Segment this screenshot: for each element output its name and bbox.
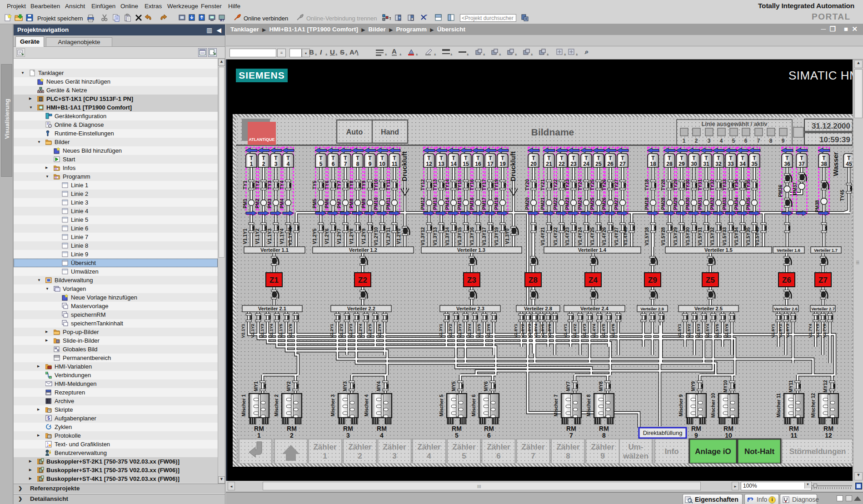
svg-text:V1.4Y23: V1.4Y23 bbox=[564, 227, 570, 245]
svg-text:RM: RM bbox=[599, 425, 609, 432]
svg-text:RM: RM bbox=[823, 425, 833, 432]
svg-text:PM32: PM32 bbox=[709, 197, 715, 210]
svg-text:PM1: PM1 bbox=[242, 199, 248, 209]
svg-text:32: 32 bbox=[715, 161, 722, 167]
svg-text:17: 17 bbox=[487, 161, 494, 167]
svg-text:TY2: TY2 bbox=[254, 180, 260, 189]
svg-text:9: 9 bbox=[694, 432, 698, 439]
svg-text:12: 12 bbox=[825, 432, 832, 439]
svg-text:T: T bbox=[572, 155, 575, 161]
svg-text:PM6: PM6 bbox=[324, 199, 329, 209]
svg-text:PM14: PM14 bbox=[444, 197, 450, 210]
svg-text:Mischer 4: Mischer 4 bbox=[364, 394, 369, 417]
svg-text:MY3: MY3 bbox=[342, 381, 348, 391]
svg-text:V2.3Y5: V2.3Y5 bbox=[476, 324, 481, 338]
svg-text:V2.7Y5: V2.7Y5 bbox=[815, 324, 820, 338]
svg-text:Verteiler 2.6: Verteiler 2.6 bbox=[774, 307, 798, 311]
svg-text:Verteiler 2.2: Verteiler 2.2 bbox=[347, 306, 375, 311]
svg-text:Mischer 11: Mischer 11 bbox=[776, 393, 781, 418]
svg-text:TY19: TY19 bbox=[494, 179, 499, 190]
svg-text:MY1: MY1 bbox=[253, 381, 259, 391]
svg-text:T: T bbox=[668, 155, 671, 161]
svg-text:T: T bbox=[621, 155, 624, 161]
svg-text:TY20: TY20 bbox=[524, 179, 530, 190]
svg-text:T: T bbox=[609, 155, 612, 161]
svg-text:Druckluft: Druckluft bbox=[400, 151, 408, 181]
svg-text:Zähler: Zähler bbox=[348, 443, 371, 451]
svg-text:21: 21 bbox=[546, 161, 552, 167]
svg-text:PM11: PM11 bbox=[385, 197, 391, 210]
svg-text:T: T bbox=[319, 155, 323, 161]
svg-text:T: T bbox=[368, 155, 372, 161]
svg-text:PM25: PM25 bbox=[589, 197, 595, 210]
svg-text:10: 10 bbox=[379, 161, 385, 167]
svg-text:TY31: TY31 bbox=[697, 179, 703, 190]
svg-text:2: 2 bbox=[695, 138, 698, 144]
svg-text:MY11: MY11 bbox=[788, 380, 793, 392]
svg-text:35: 35 bbox=[751, 161, 758, 167]
svg-text:PM7: PM7 bbox=[336, 199, 342, 209]
svg-text:RM: RM bbox=[723, 425, 733, 432]
svg-text:TY7: TY7 bbox=[336, 180, 342, 189]
svg-text:Verteiler 1.7: Verteiler 1.7 bbox=[814, 248, 838, 253]
svg-text:MY7: MY7 bbox=[565, 381, 571, 391]
svg-text:V2.6Y1: V2.6Y1 bbox=[770, 324, 775, 338]
svg-text:8: 8 bbox=[769, 138, 773, 144]
svg-text:PM13: PM13 bbox=[432, 197, 438, 210]
svg-text:PM15: PM15 bbox=[457, 197, 462, 210]
svg-text:V1.4Y25: V1.4Y25 bbox=[589, 227, 595, 245]
svg-text:TY12: TY12 bbox=[420, 179, 425, 190]
svg-text:V2.5Y1: V2.5Y1 bbox=[677, 324, 682, 338]
svg-text:Druckluft: Druckluft bbox=[509, 151, 517, 181]
svg-text:18: 18 bbox=[650, 161, 656, 167]
svg-text:ATLANTiQUE: ATLANTiQUE bbox=[249, 137, 274, 142]
svg-text:TY45: TY45 bbox=[839, 190, 845, 201]
svg-text:6: 6 bbox=[332, 161, 335, 167]
svg-text:V2.6Y2: V2.6Y2 bbox=[778, 324, 783, 338]
svg-text:V2.2Y4: V2.2Y4 bbox=[358, 324, 363, 338]
svg-text:PM22: PM22 bbox=[553, 197, 558, 210]
svg-text:5: 5 bbox=[47, 416, 50, 421]
svg-text:Zähler: Zähler bbox=[452, 443, 475, 451]
svg-text:8: 8 bbox=[602, 432, 606, 439]
svg-text:V2.5Y2: V2.5Y2 bbox=[686, 324, 691, 338]
svg-text:Z3: Z3 bbox=[467, 276, 476, 284]
svg-text:TY35: TY35 bbox=[745, 179, 751, 190]
svg-text:RT: RT bbox=[220, 19, 224, 22]
svg-text:V1.2Y0: V1.2Y0 bbox=[396, 229, 401, 245]
svg-text:16: 16 bbox=[475, 161, 481, 167]
svg-text:T: T bbox=[452, 155, 455, 161]
svg-text:V1.1Y3: V1.1Y3 bbox=[267, 229, 272, 245]
svg-text:5: 5 bbox=[732, 138, 735, 144]
svg-text:PM19: PM19 bbox=[494, 197, 499, 210]
svg-text:V2.2Y2: V2.2Y2 bbox=[339, 324, 344, 338]
svg-text:wälzen: wälzen bbox=[623, 452, 648, 460]
svg-text:Mischer 3: Mischer 3 bbox=[330, 394, 335, 417]
svg-text:4: 4 bbox=[287, 161, 290, 167]
svg-text:37: 37 bbox=[798, 161, 805, 167]
svg-text:V1.2Y5: V1.2Y5 bbox=[312, 229, 317, 245]
svg-text:20: 20 bbox=[530, 161, 537, 167]
svg-text:MY5: MY5 bbox=[451, 381, 456, 391]
svg-text:PM29: PM29 bbox=[673, 197, 678, 210]
svg-text:V2.3Y1: V2.3Y1 bbox=[438, 324, 443, 338]
svg-text:Z4: Z4 bbox=[589, 276, 598, 284]
svg-text:PM37: PM37 bbox=[792, 182, 798, 195]
svg-text:V2.2Y5: V2.2Y5 bbox=[367, 324, 372, 338]
svg-text:9: 9 bbox=[782, 138, 785, 144]
svg-text:38: 38 bbox=[821, 161, 827, 167]
svg-text:V2.3Y6: V2.3Y6 bbox=[486, 324, 491, 338]
svg-text:V2.5Y3: V2.5Y3 bbox=[696, 324, 701, 338]
svg-text:PM31: PM31 bbox=[697, 197, 703, 210]
svg-text:V2.8Y1: V2.8Y1 bbox=[513, 324, 518, 338]
svg-text:V2.6Y3: V2.6Y3 bbox=[785, 324, 790, 338]
svg-text:Z6: Z6 bbox=[782, 276, 791, 284]
svg-text:V1.3Y16: V1.3Y16 bbox=[469, 227, 474, 245]
svg-text:Mischer 7: Mischer 7 bbox=[553, 394, 559, 417]
svg-text:PM30: PM30 bbox=[685, 197, 690, 210]
svg-text:V1.4Y21: V1.4Y21 bbox=[540, 227, 545, 245]
svg-text:V2.8Y5: V2.8Y5 bbox=[540, 324, 545, 338]
svg-text:RM: RM bbox=[254, 425, 264, 432]
svg-text:V1.1Y4: V1.1Y4 bbox=[279, 229, 284, 245]
svg-text:V1.5Y34: V1.5Y34 bbox=[733, 227, 739, 245]
